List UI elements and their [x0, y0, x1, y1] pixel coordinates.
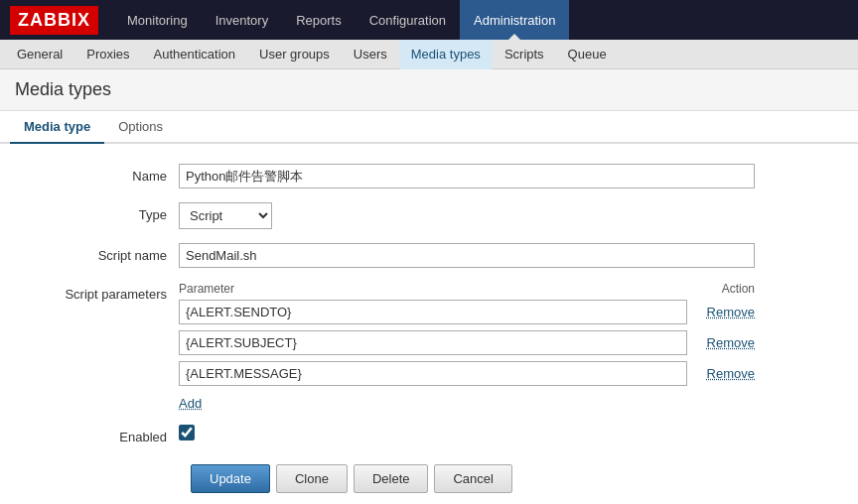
script-name-input[interactable] — [179, 243, 755, 268]
param-header-label: Parameter — [179, 282, 685, 296]
subnav-user-groups[interactable]: User groups — [247, 40, 342, 69]
nav-reports[interactable]: Reports — [282, 0, 356, 40]
param-row-2: Remove — [179, 361, 755, 386]
param-input-0[interactable] — [179, 300, 687, 324]
subnav-proxies[interactable]: Proxies — [74, 40, 141, 69]
type-field-wrapper: Script Email SMS Jabber Ez Texting — [179, 202, 755, 229]
type-row: Type Script Email SMS Jabber Ez Texting — [20, 202, 838, 229]
page-title: Media types — [15, 79, 843, 100]
script-name-label: Script name — [20, 243, 179, 263]
param-row-1: Remove — [179, 330, 755, 355]
cancel-button[interactable]: Cancel — [434, 464, 511, 493]
name-label: Name — [20, 164, 179, 184]
form-container: Name Type Script Email SMS Jabber Ez Tex… — [0, 144, 858, 504]
tabs-bar: Media type Options — [0, 111, 858, 144]
top-nav-items: Monitoring Inventory Reports Configurati… — [113, 0, 569, 40]
content-area: Media type Options Name Type Script Emai… — [0, 111, 858, 504]
param-input-2[interactable] — [179, 361, 687, 386]
subnav-queue[interactable]: Queue — [556, 40, 619, 69]
script-params-label: Script parameters — [20, 282, 179, 302]
add-link-wrapper: Add — [179, 392, 755, 411]
subnav-general[interactable]: General — [5, 40, 74, 69]
remove-link-0[interactable]: Remove — [695, 305, 755, 319]
type-select[interactable]: Script Email SMS Jabber Ez Texting — [179, 202, 272, 229]
enabled-row: Enabled — [20, 425, 838, 444]
params-table: Parameter Action Remove Remove Remove — [179, 282, 755, 411]
param-input-1[interactable] — [179, 330, 687, 355]
type-label: Type — [20, 202, 179, 222]
nav-monitoring[interactable]: Monitoring — [113, 0, 202, 40]
tab-media-type[interactable]: Media type — [10, 111, 104, 144]
logo: ZABBIX — [10, 6, 98, 35]
nav-administration[interactable]: Administration — [460, 0, 569, 40]
remove-link-2[interactable]: Remove — [695, 366, 755, 381]
name-input[interactable] — [179, 164, 755, 189]
nav-configuration[interactable]: Configuration — [356, 0, 460, 40]
action-header-label: Action — [685, 282, 755, 296]
clone-button[interactable]: Clone — [276, 464, 348, 493]
tab-options[interactable]: Options — [104, 111, 177, 144]
subnav-scripts[interactable]: Scripts — [493, 40, 556, 69]
add-param-link[interactable]: Add — [179, 396, 202, 411]
nav-inventory[interactable]: Inventory — [202, 0, 282, 40]
script-name-row: Script name — [20, 243, 838, 268]
subnav-users[interactable]: Users — [342, 40, 399, 69]
script-params-wrapper: Parameter Action Remove Remove Remove — [179, 282, 755, 411]
script-name-field-wrapper — [179, 243, 755, 268]
script-params-row: Script parameters Parameter Action Remov… — [20, 282, 838, 411]
remove-link-1[interactable]: Remove — [695, 335, 755, 350]
enabled-checkbox-wrapper — [179, 425, 755, 441]
second-navigation: General Proxies Authentication User grou… — [0, 40, 858, 69]
delete-button[interactable]: Delete — [354, 464, 429, 493]
name-row: Name — [20, 164, 838, 189]
params-header: Parameter Action — [179, 282, 755, 296]
update-button[interactable]: Update — [191, 464, 270, 493]
subnav-authentication[interactable]: Authentication — [142, 40, 247, 69]
top-navigation: ZABBIX Monitoring Inventory Reports Conf… — [0, 0, 858, 40]
button-row: Update Clone Delete Cancel — [20, 464, 838, 493]
enabled-label: Enabled — [20, 425, 179, 444]
enabled-wrapper — [179, 425, 755, 441]
name-field-wrapper — [179, 164, 755, 189]
page-title-bar: Media types — [0, 69, 858, 111]
param-row-0: Remove — [179, 300, 755, 324]
subnav-media-types[interactable]: Media types — [399, 40, 493, 69]
enabled-checkbox[interactable] — [179, 425, 195, 441]
